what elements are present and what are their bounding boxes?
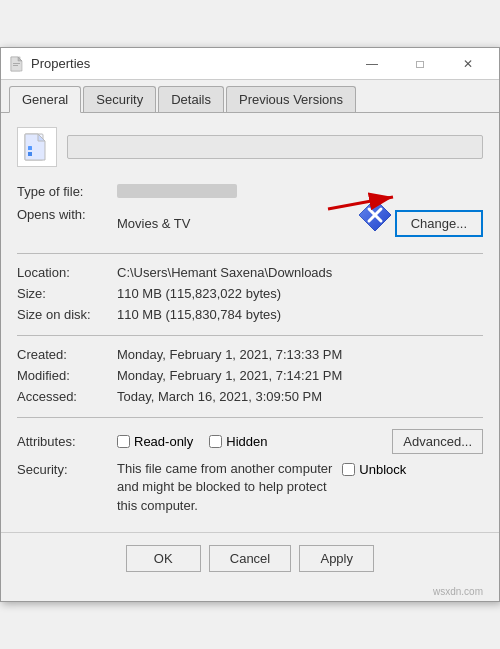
security-label: Security: — [17, 460, 117, 477]
tab-bar: General Security Details Previous Versio… — [1, 80, 499, 113]
properties-window: Properties — □ ✕ General Security Detail… — [0, 47, 500, 602]
separator-2 — [17, 335, 483, 336]
file-icon-box — [17, 127, 57, 167]
close-button[interactable]: ✕ — [445, 49, 491, 79]
red-arrow-indicator — [323, 189, 403, 222]
security-content: This file came from another computerand … — [117, 460, 483, 515]
title-bar: Properties — □ ✕ — [1, 48, 499, 80]
title-bar-controls: — □ ✕ — [349, 49, 491, 79]
svg-rect-4 — [13, 65, 18, 66]
attributes-row: Attributes: Read-only Hidden Advanced... — [17, 426, 483, 457]
svg-line-15 — [328, 197, 393, 209]
file-header — [17, 127, 483, 167]
separator-3 — [17, 417, 483, 418]
unblock-checkbox[interactable] — [342, 463, 355, 476]
readonly-label: Read-only — [134, 434, 193, 449]
size-on-disk-label: Size on disk: — [17, 304, 117, 325]
maximize-button[interactable]: □ — [397, 49, 443, 79]
tab-previous-versions[interactable]: Previous Versions — [226, 86, 356, 112]
created-value: Monday, February 1, 2021, 7:13:33 PM — [117, 344, 483, 365]
hidden-checkbox-item: Hidden — [209, 434, 267, 449]
dates-table: Created: Monday, February 1, 2021, 7:13:… — [17, 344, 483, 407]
size-label: Size: — [17, 283, 117, 304]
opens-with-label: Opens with: — [17, 204, 117, 243]
hidden-checkbox[interactable] — [209, 435, 222, 448]
file-name-display — [67, 135, 483, 159]
readonly-checkbox-item: Read-only — [117, 434, 193, 449]
title-bar-left: Properties — [9, 56, 90, 72]
type-of-file-row: Type of file: — [17, 181, 483, 204]
svg-rect-8 — [28, 146, 32, 150]
bottom-buttons: OK Cancel Apply — [1, 532, 499, 584]
attributes-label: Attributes: — [17, 434, 117, 449]
accessed-label: Accessed: — [17, 386, 117, 407]
window-title: Properties — [31, 56, 90, 71]
tab-content: Type of file: Opens with: Movies & TV — [1, 113, 499, 532]
size-on-disk-row: Size on disk: 110 MB (115,830,784 bytes) — [17, 304, 483, 325]
location-row: Location: C:\Users\Hemant Saxena\Downloa… — [17, 262, 483, 283]
security-row: Security: This file came from another co… — [17, 457, 483, 518]
readonly-checkbox[interactable] — [117, 435, 130, 448]
ok-button[interactable]: OK — [126, 545, 201, 572]
file-small-icon — [9, 56, 25, 72]
location-label: Location: — [17, 262, 117, 283]
created-label: Created: — [17, 344, 117, 365]
checkbox-group: Read-only Hidden — [117, 434, 392, 449]
size-on-disk-value: 110 MB (115,830,784 bytes) — [117, 304, 483, 325]
watermark: wsxdn.com — [1, 584, 499, 601]
opens-with-row-tr: Opens with: Movies & TV — [17, 204, 483, 243]
tab-security[interactable]: Security — [83, 86, 156, 112]
modified-label: Modified: — [17, 365, 117, 386]
security-text: This file came from another computerand … — [117, 460, 332, 515]
svg-marker-9 — [28, 152, 32, 156]
apply-button[interactable]: Apply — [299, 545, 374, 572]
separator-1 — [17, 253, 483, 254]
modified-row: Modified: Monday, February 1, 2021, 7:14… — [17, 365, 483, 386]
tab-details[interactable]: Details — [158, 86, 224, 112]
type-of-file-label: Type of file: — [17, 181, 117, 204]
accessed-row: Accessed: Today, March 16, 2021, 3:09:50… — [17, 386, 483, 407]
cancel-button[interactable]: Cancel — [209, 545, 291, 572]
location-value: C:\Users\Hemant Saxena\Downloads — [117, 262, 483, 283]
size-value: 110 MB (115,823,022 bytes) — [117, 283, 483, 304]
size-row: Size: 110 MB (115,823,022 bytes) — [17, 283, 483, 304]
change-button[interactable]: Change... — [395, 210, 483, 237]
minimize-button[interactable]: — — [349, 49, 395, 79]
location-table: Location: C:\Users\Hemant Saxena\Downloa… — [17, 262, 483, 325]
file-info-table: Type of file: Opens with: Movies & TV — [17, 181, 483, 243]
advanced-button[interactable]: Advanced... — [392, 429, 483, 454]
tab-general[interactable]: General — [9, 86, 81, 113]
accessed-value: Today, March 16, 2021, 3:09:50 PM — [117, 386, 483, 407]
opens-with-row: Movies & TV — [117, 207, 483, 240]
hidden-label: Hidden — [226, 434, 267, 449]
svg-rect-3 — [13, 63, 20, 64]
created-row: Created: Monday, February 1, 2021, 7:13:… — [17, 344, 483, 365]
unblock-label: Unblock — [359, 462, 406, 477]
unblock-group: Unblock — [342, 460, 406, 477]
type-of-file-value — [117, 184, 237, 198]
modified-value: Monday, February 1, 2021, 7:14:21 PM — [117, 365, 483, 386]
